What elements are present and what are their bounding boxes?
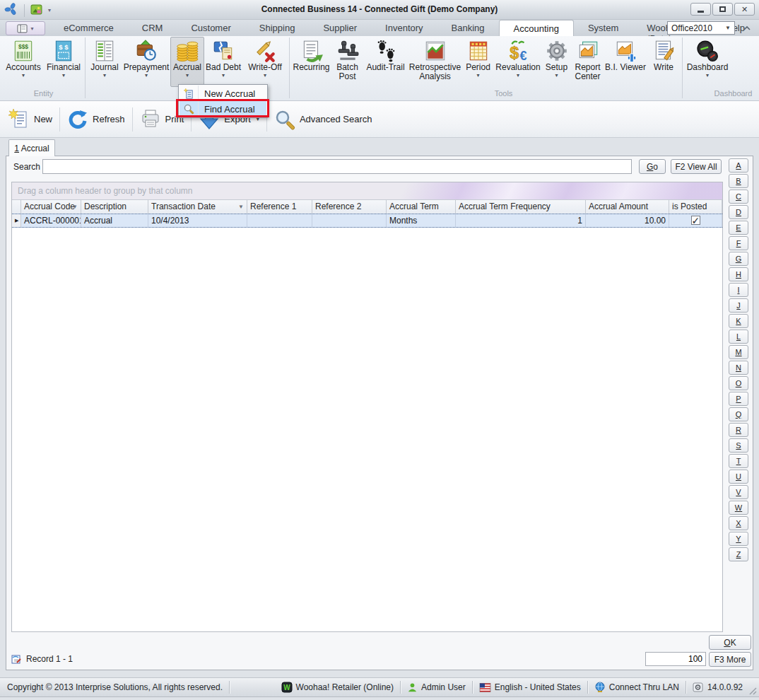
alpha-button-v[interactable]: V [729, 485, 748, 499]
ribbon-button-audit-trail[interactable]: Audit-Trail [363, 37, 408, 87]
alpha-button-y[interactable]: Y [729, 532, 748, 546]
minimize-button[interactable] [690, 3, 711, 16]
ribbon-button-journal[interactable]: Journal ▾ [87, 37, 122, 87]
ribbon-button-recurring[interactable]: Recurring [291, 37, 331, 87]
header-accrual-term-frequency[interactable]: Accrual Term Frequency [456, 200, 586, 214]
alpha-button-p[interactable]: P [729, 392, 748, 406]
cell-reference-1[interactable] [247, 214, 312, 227]
ribbon-tab-supplier[interactable]: Supplier [309, 20, 371, 36]
view-all-button[interactable]: F2 View All [671, 159, 722, 174]
cell-accrual-code[interactable]: ACCRL-000001 [21, 214, 81, 227]
alpha-button-h[interactable]: H [729, 267, 748, 281]
sort-arrow-icon[interactable]: ▼ [72, 200, 78, 214]
alpha-button-i[interactable]: I [729, 283, 748, 297]
maximize-button[interactable] [712, 3, 733, 16]
cell-description[interactable]: Accrual [81, 214, 148, 227]
ribbon-button-setup[interactable]: Setup ▾ [542, 37, 571, 87]
ribbon-button-write-off[interactable]: Write-Off ▾ [242, 37, 288, 87]
alpha-button-u[interactable]: U [729, 469, 748, 484]
header-accrual-code[interactable]: Accrual Code▼ [21, 200, 81, 214]
collapse-ribbon-button[interactable] [739, 22, 755, 34]
header-accrual-term[interactable]: Accrual Term [387, 200, 456, 214]
ribbon-button-bi-viewer[interactable]: B.I. Viewer [604, 37, 647, 87]
sort-arrow-icon[interactable]: ▼ [238, 200, 244, 214]
alpha-button-d[interactable]: D [729, 205, 748, 219]
group-by-bar[interactable]: Drag a column header to group by that co… [12, 182, 722, 200]
search-input[interactable] [42, 159, 632, 174]
theme-select[interactable]: Office2010 ▼ [667, 21, 735, 35]
cell-accrual-amount[interactable]: 10.00 [586, 214, 669, 227]
ribbon-button-accounts[interactable]: $$$ Accounts ▾ [3, 37, 44, 87]
alpha-button-r[interactable]: R [729, 423, 748, 437]
statusbar-language[interactable]: English - United States [479, 682, 581, 693]
ribbon-tab-banking[interactable]: Banking [437, 20, 499, 36]
ribbon-tab-inventory[interactable]: Inventory [371, 20, 437, 36]
header-reference-2[interactable]: Reference 2 [312, 200, 387, 214]
alpha-button-l[interactable]: L [729, 329, 748, 344]
alpha-button-g[interactable]: G [729, 252, 748, 266]
alpha-button-q[interactable]: Q [729, 407, 748, 421]
ribbon-button-dashboard[interactable]: Dashboard ▾ [684, 37, 731, 87]
cell-accrual-term[interactable]: Months [387, 214, 456, 227]
ribbon-tab-ecommerce[interactable]: eCommerce [49, 20, 128, 36]
header-accrual-amount[interactable]: Accrual Amount [586, 200, 669, 214]
header-is-posted[interactable]: is Posted [669, 200, 722, 214]
resize-grip[interactable] [747, 685, 757, 695]
table-row[interactable]: ▶ ACCRL-000001 Accrual 10/4/2013 Months … [12, 214, 722, 228]
alpha-button-k[interactable]: K [729, 314, 748, 328]
ribbon-tab-accounting[interactable]: Accounting [499, 20, 574, 36]
ribbon-button-write[interactable]: Write [647, 37, 681, 87]
ribbon-button-prepayment[interactable]: Prepayment ▾ [122, 37, 170, 87]
statusbar-separator [400, 681, 401, 694]
header-transaction-date[interactable]: Transaction Date▼ [148, 200, 247, 214]
alpha-button-e[interactable]: E [729, 221, 748, 235]
more-button[interactable]: F3 More [709, 652, 751, 667]
ribbon-button-report-center[interactable]: Report Center [571, 37, 604, 87]
ribbon-button-batch-post[interactable]: Batch Post [331, 37, 363, 87]
alpha-button-j[interactable]: J [729, 298, 748, 313]
statusbar-connection[interactable]: Connect Thru LAN [594, 682, 679, 693]
new-button[interactable]: New [8, 109, 52, 130]
alpha-button-a[interactable]: A [729, 158, 748, 173]
page-size-input[interactable] [645, 652, 706, 666]
cell-reference-2[interactable] [312, 214, 387, 227]
ok-button[interactable]: OK [709, 635, 751, 650]
ribbon-button-financial[interactable]: $ $ Financial ▾ [44, 37, 83, 87]
ribbon-tab-customer[interactable]: Customer [177, 20, 245, 36]
alpha-button-b[interactable]: B [729, 174, 748, 188]
tab-accrual[interactable]: 1 Accrual [8, 139, 55, 156]
ribbon-button-bad-debt[interactable]: Bad Debt ▾ [204, 37, 242, 87]
alpha-button-t[interactable]: T [729, 454, 748, 468]
ribbon-tab-shipping[interactable]: Shipping [245, 20, 310, 36]
alpha-button-z[interactable]: Z [729, 547, 748, 561]
alpha-button-n[interactable]: N [729, 361, 748, 375]
alpha-button-s[interactable]: S [729, 438, 748, 453]
ribbon: $$$ Accounts ▾ $ $ Financial ▾ Journal ▾… [0, 36, 759, 101]
ribbon-button-accrual[interactable]: Accrual ▾ [170, 37, 204, 87]
cell-transaction-date[interactable]: 10/4/2013 [148, 214, 247, 227]
statusbar-user[interactable]: Admin User [407, 682, 466, 693]
ribbon-tab-crm[interactable]: CRM [128, 20, 177, 36]
ribbon-button-revaluation[interactable]: $€ Revaluation ▾ [494, 37, 542, 87]
header-reference-1[interactable]: Reference 1 [247, 200, 312, 214]
ribbon-tab-system[interactable]: System [574, 20, 632, 36]
go-button[interactable]: Go [639, 159, 666, 174]
cell-is-posted[interactable] [669, 214, 722, 227]
statusbar-woohaa[interactable]: W Woohaa! Retailer (Online) [281, 682, 394, 693]
ribbon-button-period[interactable]: Period ▾ [462, 37, 494, 87]
advanced-search-button[interactable]: Advanced Search [274, 109, 372, 130]
refresh-button[interactable]: Refresh [67, 109, 125, 130]
close-button[interactable]: ✕ [734, 3, 755, 16]
alpha-button-o[interactable]: O [729, 376, 748, 390]
alpha-button-f[interactable]: F [729, 236, 748, 250]
header-description[interactable]: Description [81, 200, 148, 214]
window-layout-icon [17, 24, 28, 33]
cell-accrual-term-frequency[interactable]: 1 [456, 214, 586, 227]
alpha-button-m[interactable]: M [729, 345, 748, 359]
alpha-button-x[interactable]: X [729, 516, 748, 530]
alpha-button-w[interactable]: W [729, 501, 748, 515]
ribbon-button-retrospective-analysis[interactable]: Retrospective Analysis [408, 37, 462, 87]
application-menu-button[interactable]: ▾ [6, 21, 45, 35]
version-gear-icon [693, 682, 704, 693]
alpha-button-c[interactable]: C [729, 189, 748, 204]
